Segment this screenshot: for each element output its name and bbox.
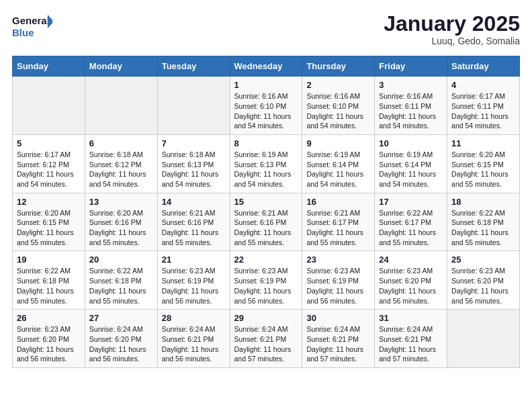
day-info: Sunrise: 6:23 AMSunset: 6:19 PMDaylight:… [234,266,298,306]
calendar-cell: 10Sunrise: 6:19 AMSunset: 6:14 PMDayligh… [375,134,447,193]
day-info: Sunrise: 6:20 AMSunset: 6:16 PMDaylight:… [89,208,153,248]
col-wednesday: Wednesday [230,56,302,77]
day-number: 28 [162,313,226,323]
day-info: Sunrise: 6:22 AMSunset: 6:17 PMDaylight:… [379,208,443,248]
calendar-cell [85,77,157,135]
calendar-cell: 15Sunrise: 6:21 AMSunset: 6:16 PMDayligh… [230,193,302,251]
logo-icon: General Blue [12,12,52,42]
day-info: Sunrise: 6:22 AMSunset: 6:18 PMDaylight:… [89,266,153,306]
day-number: 20 [89,255,153,265]
calendar-cell [157,77,230,135]
calendar-cell: 27Sunrise: 6:24 AMSunset: 6:20 PMDayligh… [85,310,157,368]
calendar-cell: 7Sunrise: 6:18 AMSunset: 6:13 PMDaylight… [157,134,230,193]
day-number: 19 [17,255,81,265]
calendar-week-row: 5Sunrise: 6:17 AMSunset: 6:12 PMDaylight… [13,134,520,193]
day-number: 22 [234,255,298,265]
calendar-cell: 19Sunrise: 6:22 AMSunset: 6:18 PMDayligh… [13,251,85,310]
col-monday: Monday [85,56,157,77]
day-number: 15 [234,197,298,207]
day-number: 9 [306,138,370,148]
day-info: Sunrise: 6:24 AMSunset: 6:20 PMDaylight:… [89,324,153,364]
calendar-cell: 17Sunrise: 6:22 AMSunset: 6:17 PMDayligh… [375,193,447,251]
calendar-cell: 8Sunrise: 6:19 AMSunset: 6:13 PMDaylight… [230,134,302,193]
day-info: Sunrise: 6:16 AMSunset: 6:11 PMDaylight:… [379,91,443,131]
header-row: Sunday Monday Tuesday Wednesday Thursday… [13,56,520,77]
day-number: 12 [17,197,81,207]
day-info: Sunrise: 6:24 AMSunset: 6:21 PMDaylight:… [306,324,370,364]
day-info: Sunrise: 6:24 AMSunset: 6:21 PMDaylight:… [162,324,226,364]
calendar-cell: 23Sunrise: 6:23 AMSunset: 6:19 PMDayligh… [302,251,375,310]
day-info: Sunrise: 6:20 AMSunset: 6:15 PMDaylight:… [451,150,515,189]
svg-text:Blue: Blue [12,27,34,38]
day-info: Sunrise: 6:23 AMSunset: 6:19 PMDaylight:… [162,266,226,306]
calendar-cell: 26Sunrise: 6:23 AMSunset: 6:20 PMDayligh… [13,310,85,368]
day-number: 26 [17,313,81,323]
day-number: 23 [306,255,370,265]
day-number: 5 [17,138,81,148]
day-number: 8 [234,138,298,148]
day-info: Sunrise: 6:18 AMSunset: 6:13 PMDaylight:… [162,150,226,189]
day-info: Sunrise: 6:20 AMSunset: 6:15 PMDaylight:… [17,208,81,248]
day-number: 24 [379,255,443,265]
calendar-cell: 21Sunrise: 6:23 AMSunset: 6:19 PMDayligh… [157,251,230,310]
day-info: Sunrise: 6:18 AMSunset: 6:12 PMDaylight:… [89,150,153,189]
calendar-cell: 31Sunrise: 6:24 AMSunset: 6:21 PMDayligh… [375,310,447,368]
calendar-cell: 5Sunrise: 6:17 AMSunset: 6:12 PMDaylight… [13,134,85,193]
title-block: January 2025 Luuq, Gedo, Somalia [384,12,520,46]
day-number: 11 [451,138,515,148]
day-info: Sunrise: 6:23 AMSunset: 6:20 PMDaylight:… [451,266,515,306]
calendar-header: Sunday Monday Tuesday Wednesday Thursday… [13,56,520,77]
day-info: Sunrise: 6:23 AMSunset: 6:20 PMDaylight:… [379,266,443,306]
day-info: Sunrise: 6:17 AMSunset: 6:12 PMDaylight:… [17,150,81,189]
day-number: 31 [379,313,443,323]
day-info: Sunrise: 6:19 AMSunset: 6:14 PMDaylight:… [379,150,443,189]
col-saturday: Saturday [447,56,520,77]
day-info: Sunrise: 6:22 AMSunset: 6:18 PMDaylight:… [17,266,81,306]
day-number: 14 [162,197,226,207]
day-number: 16 [306,197,370,207]
calendar-week-row: 1Sunrise: 6:16 AMSunset: 6:10 PMDaylight… [13,77,520,135]
day-info: Sunrise: 6:21 AMSunset: 6:17 PMDaylight:… [306,208,370,248]
day-number: 21 [162,255,226,265]
day-number: 25 [451,255,515,265]
col-thursday: Thursday [302,56,375,77]
calendar-cell: 29Sunrise: 6:24 AMSunset: 6:21 PMDayligh… [230,310,302,368]
calendar-cell: 28Sunrise: 6:24 AMSunset: 6:21 PMDayligh… [157,310,230,368]
day-number: 2 [306,80,370,90]
day-info: Sunrise: 6:23 AMSunset: 6:20 PMDaylight:… [17,324,81,364]
calendar-cell: 2Sunrise: 6:16 AMSunset: 6:10 PMDaylight… [302,77,375,135]
day-number: 29 [234,313,298,323]
day-number: 30 [306,313,370,323]
calendar-cell: 3Sunrise: 6:16 AMSunset: 6:11 PMDaylight… [375,77,447,135]
calendar-cell: 16Sunrise: 6:21 AMSunset: 6:17 PMDayligh… [302,193,375,251]
page: General Blue January 2025 Luuq, Gedo, So… [0,0,532,411]
calendar-cell: 4Sunrise: 6:17 AMSunset: 6:11 PMDaylight… [447,77,520,135]
calendar-cell: 30Sunrise: 6:24 AMSunset: 6:21 PMDayligh… [302,310,375,368]
calendar-cell: 13Sunrise: 6:20 AMSunset: 6:16 PMDayligh… [85,193,157,251]
calendar-cell: 6Sunrise: 6:18 AMSunset: 6:12 PMDaylight… [85,134,157,193]
day-info: Sunrise: 6:17 AMSunset: 6:11 PMDaylight:… [451,91,515,131]
page-title: January 2025 [384,12,520,36]
calendar-cell: 24Sunrise: 6:23 AMSunset: 6:20 PMDayligh… [375,251,447,310]
day-number: 3 [379,80,443,90]
calendar-table: Sunday Monday Tuesday Wednesday Thursday… [12,56,520,368]
day-number: 17 [379,197,443,207]
day-info: Sunrise: 6:24 AMSunset: 6:21 PMDaylight:… [379,324,443,364]
page-subtitle: Luuq, Gedo, Somalia [384,36,520,46]
day-number: 10 [379,138,443,148]
day-number: 7 [162,138,226,148]
day-info: Sunrise: 6:19 AMSunset: 6:13 PMDaylight:… [234,150,298,189]
calendar-cell: 18Sunrise: 6:22 AMSunset: 6:18 PMDayligh… [447,193,520,251]
day-number: 27 [89,313,153,323]
calendar-cell: 20Sunrise: 6:22 AMSunset: 6:18 PMDayligh… [85,251,157,310]
calendar-cell: 12Sunrise: 6:20 AMSunset: 6:15 PMDayligh… [13,193,85,251]
col-tuesday: Tuesday [157,56,230,77]
day-info: Sunrise: 6:21 AMSunset: 6:16 PMDaylight:… [162,208,226,248]
calendar-cell: 14Sunrise: 6:21 AMSunset: 6:16 PMDayligh… [157,193,230,251]
day-number: 4 [451,80,515,90]
calendar-body: 1Sunrise: 6:16 AMSunset: 6:10 PMDaylight… [13,77,520,368]
day-number: 6 [89,138,153,148]
day-info: Sunrise: 6:23 AMSunset: 6:19 PMDaylight:… [306,266,370,306]
day-info: Sunrise: 6:16 AMSunset: 6:10 PMDaylight:… [306,91,370,131]
calendar-cell: 25Sunrise: 6:23 AMSunset: 6:20 PMDayligh… [447,251,520,310]
